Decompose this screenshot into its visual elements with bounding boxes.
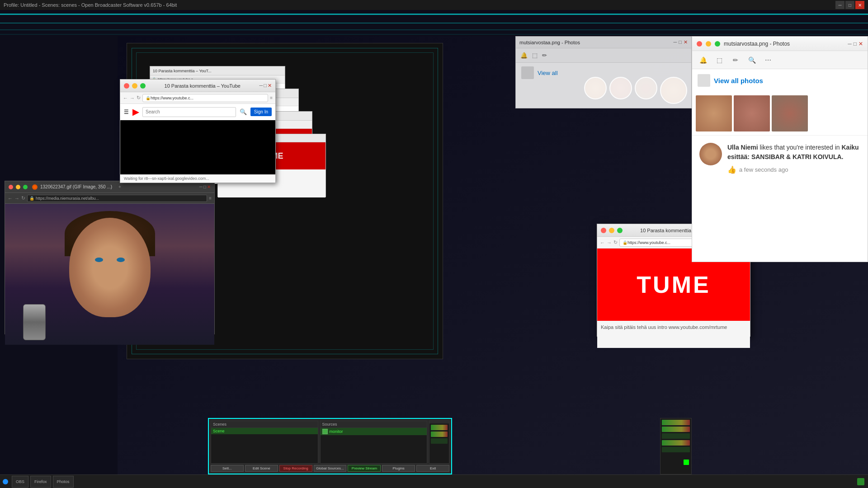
photos-min-dot[interactable] [706,41,711,47]
yt-signin-button[interactable]: Sign In [250,108,272,116]
obs-sources-header: Sources [321,421,427,428]
gif-browser-bar: ← → ↻ 🔒 https://media.niemurasia.net/alb… [5,193,214,204]
photos-bg-maximize[interactable]: □ [679,39,682,45]
gif-win-close[interactable]: ✕ [207,184,211,189]
photo-thumb-1[interactable] [696,95,732,131]
yt-menu-icon[interactable]: ≡ [270,95,273,100]
gif-max-dot[interactable] [23,185,28,189]
obs-source-label: monitor [330,429,343,434]
taskbar-tray [857,478,868,485]
yt-red-max[interactable] [617,228,623,233]
photos-title: mutsiarvostaa.png - Photos [724,41,790,47]
gif-win-min[interactable]: ─ [199,184,203,189]
obs-scenes-col: Scenes Scene [211,421,318,464]
obs-edit-scene-button[interactable]: Edit Scene [245,465,278,472]
yt-search-icon[interactable]: 🔍 [240,108,247,115]
photos-export-icon[interactable]: ⬚ [714,55,725,66]
gif-min-dot[interactable] [16,185,20,189]
youtube-window-main: 10 Parasta kommenttia – YouTube ─ □ ✕ ← … [120,79,276,183]
gif-new-tab[interactable]: + [118,184,121,189]
notification-card: Ulla Niemi likes that you're interested … [699,143,860,174]
yt-max-dot[interactable] [140,83,146,89]
yt-title: 10 Parasta kommenttia – YouTube [148,83,257,89]
yt-red-min[interactable] [609,228,614,233]
yt-url-bar[interactable]: 🔒 https://www.youtube.c... [142,94,268,102]
photos-more-icon[interactable]: ⋯ [763,55,774,66]
gif-window: 1320622347.gif (GIF Image, 350 ...) + ─ … [5,181,215,334]
yt-forward-icon[interactable]: → [130,95,135,101]
view-all-photos-button[interactable]: View all photos [714,77,763,84]
tume-subtitle: Kaipa sitä pitäis tehä uus intro www.you… [601,324,746,330]
photos-bell-icon[interactable]: 🔔 [698,55,708,66]
maximize-button[interactable]: □ [845,1,854,9]
photos-edit-icon[interactable]: ✏ [730,55,741,66]
drink-can [23,304,46,340]
gif-url-bar[interactable]: 🔒 https://media.niemurasia.net/albu... [27,195,207,202]
yt-back-icon[interactable]: ← [123,95,128,101]
yt-red-forward[interactable]: → [607,240,612,245]
taskbar: OBS Firefox Photos [0,474,868,488]
level-bar-4 [662,440,690,446]
photo-thumb-3[interactable] [772,95,808,131]
photos-win-close[interactable]: ✕ [859,41,863,47]
yt-hamburger-icon[interactable]: ☰ [124,109,129,115]
yt-video-area [120,120,275,174]
photo-thumb-2[interactable] [734,95,770,131]
photos-close-dot[interactable] [697,41,702,47]
gif-refresh-icon[interactable]: ↻ [21,195,25,201]
photos-window: mutsiarvostaa.png - Photos ─ □ ✕ 🔔 ⬚ ✏ 🔍… [692,36,868,262]
yt-red-url-text: https://www.youtube.c... [627,240,670,245]
gif-win-max[interactable]: □ [203,184,206,189]
view-all-photos-link[interactable]: View all [538,70,558,76]
yt-win-close[interactable]: ✕ [268,83,272,89]
photos-search-icon[interactable]: 🔍 [746,55,757,66]
photos-bg-export-icon[interactable]: ⬚ [532,52,538,59]
obs-source-checkbox[interactable] [322,429,328,434]
yt-refresh-icon[interactable]: ↻ [137,95,141,101]
photos-max-dot[interactable] [715,41,720,47]
obs-preview-stream-button[interactable]: Preview Stream [348,465,381,472]
minimize-button[interactable]: ─ [835,1,844,9]
photos-bg-titlebar: mutsiarvostaa.png - Photos ─ □ ✕ [516,37,691,48]
obs-settings-button[interactable]: Sett... [211,465,244,472]
yt-red-close[interactable] [601,228,606,233]
yt-red-back[interactable]: ← [600,240,605,245]
photos-bg-edit-icon[interactable]: ✏ [542,52,547,59]
app-title: Profile: Untitled - Scenes: scenes - Ope… [4,2,177,8]
photos-bg-minimize[interactable]: ─ [674,39,677,45]
obs-exit-button[interactable]: Exit [416,465,449,472]
obs-source-item[interactable]: monitor [321,428,427,435]
notif-avatar [699,143,722,165]
right-eye [117,258,125,262]
gif-close-dot[interactable] [9,185,13,189]
gif-forward-icon[interactable]: → [14,196,19,201]
photos-bg-bell-icon[interactable]: 🔔 [520,52,528,59]
gif-back-icon[interactable]: ← [8,196,13,201]
photos-bg-close[interactable]: ✕ [684,39,688,45]
obs-plugins-button[interactable]: Plugins [382,465,415,472]
obs-scene-item[interactable]: Scene [211,428,318,434]
close-button[interactable]: ✕ [855,1,864,9]
obs-global-sources-button[interactable]: Global Sources... [314,465,347,472]
taskbar-item-3[interactable]: Photos [53,476,74,488]
photos-win-max[interactable]: □ [854,41,857,47]
yt-win-max[interactable]: □ [264,83,267,89]
taskbar-item-2[interactable]: Firefox [30,476,51,488]
level-bar-3 [662,433,690,439]
obs-stop-recording-button[interactable]: Stop Recording [279,465,312,472]
yt-min-dot[interactable] [132,83,137,89]
taskbar-item-1[interactable]: OBS [12,476,28,488]
yt-red-lock-icon: 🔒 [623,240,627,245]
gif-favicon [32,184,38,190]
yt-red-refresh[interactable]: ↻ [613,239,618,245]
yt-search-input[interactable] [142,107,236,117]
start-button-icon[interactable] [3,479,8,484]
yt-close-dot[interactable] [124,83,129,89]
left-eye [95,258,103,262]
gif-menu-icon[interactable]: ≡ [209,196,212,201]
yt-win-min[interactable]: ─ [259,83,263,89]
person-face [69,218,151,317]
level-meter-1 [431,425,448,430]
photos-win-min[interactable]: ─ [848,41,852,47]
obs-scene-label: Scene [213,429,225,433]
